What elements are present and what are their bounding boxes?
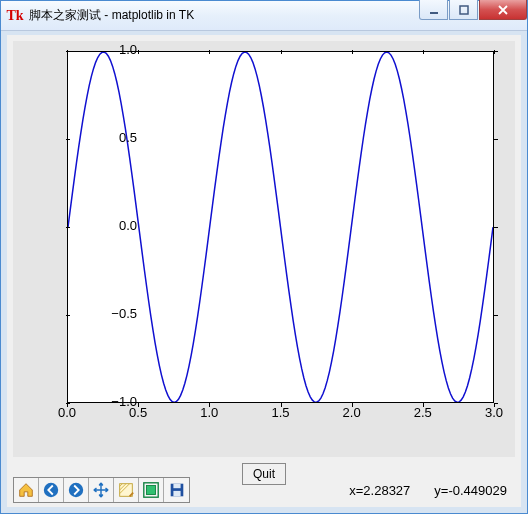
- forward-button[interactable]: [64, 478, 89, 502]
- x-tick-label: 1.0: [189, 405, 229, 420]
- titlebar[interactable]: Tk 脚本之家测试 - matplotlib in TK: [1, 1, 527, 31]
- x-tick-label: 0.5: [118, 405, 158, 420]
- app-window: Tk 脚本之家测试 - matplotlib in TK −1.0−0.50.0…: [0, 0, 528, 514]
- zoom-icon: [117, 481, 135, 499]
- back-icon: [42, 481, 60, 499]
- svg-rect-0: [430, 12, 438, 14]
- svg-rect-8: [173, 484, 180, 489]
- subplots-icon: [142, 481, 160, 499]
- save-button[interactable]: [164, 478, 189, 502]
- cursor-y: y=-0.449029: [434, 483, 507, 498]
- close-icon: [497, 4, 509, 16]
- x-tick-label: 1.5: [261, 405, 301, 420]
- nav-toolbar: [13, 477, 190, 503]
- pan-button[interactable]: [89, 478, 114, 502]
- plot-canvas[interactable]: −1.0−0.50.00.51.00.00.51.01.52.02.53.0: [13, 41, 515, 457]
- maximize-icon: [458, 4, 470, 16]
- x-tick-label: 3.0: [474, 405, 514, 420]
- back-button[interactable]: [39, 478, 64, 502]
- window-controls: [419, 0, 527, 22]
- x-tick-label: 0.0: [47, 405, 87, 420]
- zoom-button[interactable]: [114, 478, 139, 502]
- y-tick-label: 1.0: [87, 42, 137, 57]
- svg-point-3: [69, 483, 83, 497]
- pan-icon: [92, 481, 110, 499]
- svg-rect-9: [173, 491, 180, 496]
- minimize-icon: [428, 4, 440, 16]
- y-tick-label: 0.0: [87, 218, 137, 233]
- x-tick-label: 2.0: [332, 405, 372, 420]
- cursor-x: x=2.28327: [349, 483, 410, 498]
- home-icon: [17, 481, 35, 499]
- home-button[interactable]: [14, 478, 39, 502]
- subplots-button[interactable]: [139, 478, 164, 502]
- x-tick-label: 2.5: [403, 405, 443, 420]
- svg-point-2: [44, 483, 58, 497]
- bottom-bar: x=2.28327 y=-0.449029: [13, 477, 515, 503]
- minimize-button[interactable]: [419, 0, 448, 20]
- y-tick-label: −0.5: [87, 306, 137, 321]
- forward-icon: [67, 481, 85, 499]
- window-title: 脚本之家测试 - matplotlib in TK: [29, 7, 194, 24]
- y-tick-label: 0.5: [87, 130, 137, 145]
- close-button[interactable]: [479, 0, 527, 20]
- client-area: −1.0−0.50.00.51.00.00.51.01.52.02.53.0 Q…: [1, 31, 527, 513]
- svg-rect-1: [460, 6, 468, 14]
- svg-rect-6: [147, 486, 156, 495]
- maximize-button[interactable]: [449, 0, 478, 20]
- tk-app-icon: Tk: [7, 8, 23, 24]
- save-icon: [168, 481, 186, 499]
- status-readout: x=2.28327 y=-0.449029: [349, 483, 507, 498]
